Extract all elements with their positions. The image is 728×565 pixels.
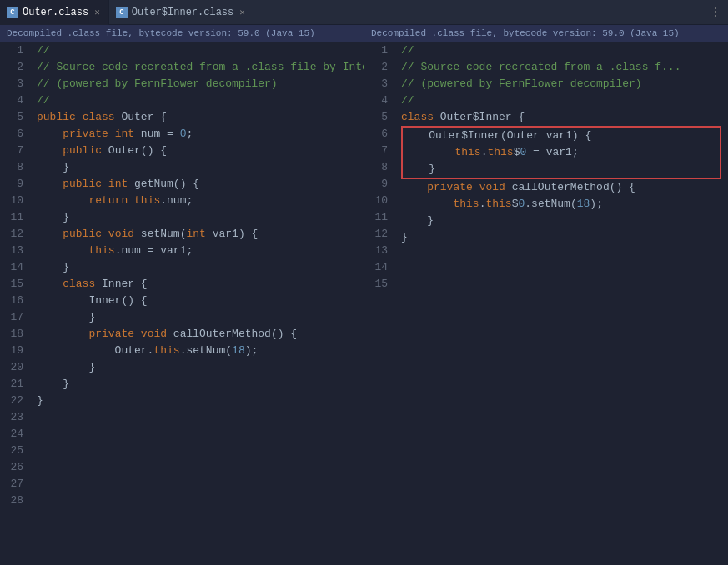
line-number: 13 — [371, 242, 388, 259]
code-line: private int num = 0; — [37, 126, 357, 142]
tab-bar: C Outer.class ✕ C Outer$Inner.class ✕ ⋮ — [0, 0, 728, 25]
code-line: } — [37, 309, 357, 326]
code-line: // — [37, 42, 357, 59]
line-number: 18 — [7, 326, 23, 342]
code-line: return this.num; — [37, 192, 357, 209]
line-number: 1 — [371, 42, 388, 59]
tab-inner-close[interactable]: ✕ — [238, 6, 247, 18]
line-number: 1 — [7, 42, 23, 59]
tab-outer-label: Outer.class — [23, 7, 88, 18]
code-line: } — [401, 212, 721, 229]
line-number: 28 — [7, 492, 23, 509]
left-decompile-banner: Decompiled .class file, bytecode version… — [0, 25, 364, 42]
tab-menu-button[interactable]: ⋮ — [703, 5, 728, 19]
line-number: 4 — [7, 92, 23, 109]
line-number: 7 — [371, 142, 388, 159]
editor-container: C Outer.class ✕ C Outer$Inner.class ✕ ⋮ … — [0, 0, 728, 565]
code-line: Outer$Inner(Outer var1) { — [403, 128, 720, 144]
code-line: private void callOuterMethod() { — [37, 326, 357, 342]
line-number: 17 — [7, 309, 23, 326]
line-number: 15 — [7, 276, 23, 292]
code-line: class Outer$Inner { — [401, 109, 721, 126]
right-line-numbers: 123456789101112131415 — [364, 42, 394, 565]
right-code-area[interactable]: 123456789101112131415 //// Source code r… — [364, 42, 728, 565]
code-line: this.this$0.setNum(18); — [401, 196, 721, 212]
line-number: 23 — [7, 409, 23, 426]
line-number: 26 — [7, 459, 23, 476]
line-number: 5 — [371, 109, 388, 126]
line-number: 6 — [7, 126, 23, 142]
line-number: 20 — [7, 359, 23, 376]
code-line: // (powered by FernFlower decompiler) — [401, 76, 721, 92]
line-number: 27 — [7, 476, 23, 492]
code-line: } — [37, 159, 357, 176]
code-line: } — [403, 161, 720, 178]
line-number: 11 — [7, 209, 23, 226]
code-line: } — [37, 376, 357, 392]
code-line: // Source code recreated from a .class f… — [401, 59, 721, 76]
code-line: public int getNum() { — [37, 176, 357, 192]
line-number: 8 — [7, 159, 23, 176]
tab-outer-class[interactable]: C Outer.class ✕ — [0, 0, 109, 25]
line-number: 22 — [7, 392, 23, 409]
right-decompile-banner: Decompiled .class file, bytecode version… — [364, 25, 728, 42]
tab-outer-icon: C — [7, 7, 18, 18]
right-editor-pane: Decompiled .class file, bytecode version… — [364, 25, 728, 565]
tab-inner-label: Outer$Inner.class — [132, 7, 233, 18]
line-number: 15 — [371, 276, 388, 292]
line-number: 3 — [7, 76, 23, 92]
line-number: 24 — [7, 426, 23, 442]
line-number: 21 — [7, 376, 23, 392]
code-line: } — [37, 359, 357, 376]
line-number: 8 — [371, 159, 388, 176]
line-number: 25 — [7, 442, 23, 459]
right-code-lines: //// Source code recreated from a .class… — [394, 42, 728, 565]
line-number: 14 — [7, 259, 23, 276]
code-line: public class Outer { — [37, 109, 357, 126]
code-line: this.this$0 = var1; — [403, 144, 720, 161]
tab-inner-icon: C — [116, 7, 128, 18]
code-line: } — [37, 259, 357, 276]
line-number: 12 — [371, 226, 388, 242]
code-line: // — [401, 92, 721, 109]
code-line: // Source code recreated from a .class f… — [37, 59, 357, 76]
line-number: 7 — [7, 142, 23, 159]
line-number: 3 — [371, 76, 388, 92]
code-line: private void callOuterMethod() { — [401, 179, 721, 196]
code-line: } — [37, 392, 357, 409]
split-editor: Decompiled .class file, bytecode version… — [0, 25, 728, 565]
line-number: 14 — [371, 259, 388, 276]
line-number: 12 — [7, 226, 23, 242]
code-line: this.num = var1; — [37, 242, 357, 259]
line-number: 11 — [371, 209, 388, 226]
line-number: 6 — [371, 126, 388, 142]
line-number: 4 — [371, 92, 388, 109]
line-number: 5 — [7, 109, 23, 126]
tab-outer-close[interactable]: ✕ — [93, 6, 102, 18]
line-number: 2 — [7, 59, 23, 76]
left-line-numbers: 1234567891011121314151617181920212223242… — [0, 42, 30, 565]
code-line: Outer.this.setNum(18); — [37, 342, 357, 359]
tab-inner-class[interactable]: C Outer$Inner.class ✕ — [109, 0, 254, 25]
line-number: 9 — [7, 176, 23, 192]
line-number: 9 — [371, 176, 388, 192]
code-line: Inner() { — [37, 292, 357, 309]
line-number: 13 — [7, 242, 23, 259]
code-line: // — [401, 42, 721, 59]
code-line: } — [401, 229, 721, 246]
line-number: 10 — [7, 192, 23, 209]
code-line: public Outer() { — [37, 142, 357, 159]
left-code-area[interactable]: 1234567891011121314151617181920212223242… — [0, 42, 364, 565]
left-code-lines: //// Source code recreated from a .class… — [30, 42, 364, 565]
code-line: // (powered by FernFlower decompiler) — [37, 76, 357, 92]
code-line: // — [37, 92, 357, 109]
code-line: class Inner { — [37, 276, 357, 292]
line-number: 2 — [371, 59, 388, 76]
code-line: public void setNum(int var1) { — [37, 226, 357, 242]
line-number: 16 — [7, 292, 23, 309]
line-number: 19 — [7, 342, 23, 359]
code-line: } — [37, 209, 357, 226]
left-editor-pane: Decompiled .class file, bytecode version… — [0, 25, 364, 565]
highlight-box: Outer$Inner(Outer var1) { this.this$0 = … — [401, 126, 721, 179]
line-number: 10 — [371, 192, 388, 209]
